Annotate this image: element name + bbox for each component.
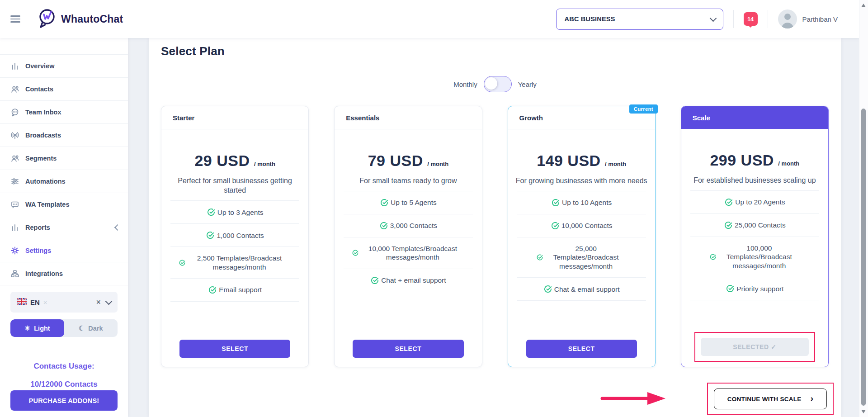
check-circle-icon bbox=[179, 259, 186, 266]
broadcast-icon bbox=[10, 131, 19, 140]
feature-item: Email support bbox=[170, 279, 299, 302]
plan-price-row: 79 USD / month bbox=[342, 152, 474, 170]
feature-item: 25,000 Templates/Broadcast messages/mont… bbox=[517, 237, 646, 278]
template-chat-icon bbox=[10, 200, 19, 209]
sidebar-item-settings[interactable]: Settings bbox=[0, 239, 128, 262]
notification-badge[interactable]: 14 bbox=[744, 12, 758, 26]
clear-icon[interactable]: × bbox=[96, 298, 101, 307]
language-selector[interactable]: EN × × bbox=[10, 292, 118, 313]
feature-item: Chat + email support bbox=[344, 269, 472, 292]
check-circle-icon bbox=[543, 284, 552, 294]
purchase-addons-button[interactable]: PURCHASE ADDONS! bbox=[10, 390, 118, 411]
plan-price-row: 149 USD / month bbox=[515, 152, 648, 170]
user-menu[interactable]: Parthiban V bbox=[778, 9, 838, 28]
theme-dark-label: Dark bbox=[88, 325, 103, 332]
sidebar-item-label: Integrations bbox=[25, 270, 63, 277]
header-divider bbox=[733, 10, 734, 28]
plan-price: 149 USD bbox=[537, 152, 600, 169]
plan-card-starter: Starter 29 USD / month Perfect for small… bbox=[161, 106, 309, 367]
theme-dark-button[interactable]: ☾ Dark bbox=[64, 319, 118, 337]
feature-item: Up to 20 Agents bbox=[690, 191, 819, 214]
title-divider bbox=[161, 64, 829, 64]
tag-close-icon: × bbox=[43, 299, 47, 306]
plan-price-row: 29 USD / month bbox=[169, 152, 301, 170]
plan-price: 29 USD bbox=[194, 152, 250, 169]
sidebar: Overview Contacts Team Inbox Broadcasts … bbox=[0, 38, 128, 417]
sidebar-item-reports[interactable]: Reports bbox=[0, 216, 128, 239]
sidebar-item-contacts[interactable]: Contacts bbox=[0, 78, 128, 101]
page-scrollbar[interactable] bbox=[859, 0, 868, 417]
plan-price: 299 USD bbox=[710, 152, 774, 169]
sidebar-item-label: Settings bbox=[25, 247, 51, 254]
sidebar-item-automations[interactable]: Automations bbox=[0, 170, 128, 193]
plan-card-essentials: Essentials 79 USD / month For small team… bbox=[334, 106, 482, 367]
feature-list: Up to 10 Agents 10,000 Contacts 25,000 T… bbox=[517, 191, 646, 301]
plan-cards: Starter 29 USD / month Perfect for small… bbox=[161, 106, 829, 367]
feature-item: Up to 10 Agents bbox=[517, 191, 646, 214]
brand-name: WhautoChat bbox=[61, 13, 123, 25]
language-value: EN bbox=[30, 299, 40, 306]
contacts-usage-value: 10/12000 Contacts bbox=[0, 380, 128, 389]
select-plan-button[interactable]: SELECT bbox=[353, 340, 463, 358]
check-circle-icon bbox=[379, 221, 388, 230]
plan-price: 79 USD bbox=[368, 152, 423, 169]
bar-chart-icon bbox=[10, 223, 19, 232]
scroll-down-icon[interactable] bbox=[861, 410, 866, 413]
check-circle-icon bbox=[726, 284, 735, 293]
feature-item: 100,000 Templates/Broadcast messages/mon… bbox=[690, 237, 819, 277]
theme-light-label: Light bbox=[34, 325, 50, 332]
chevron-down-icon bbox=[709, 14, 717, 22]
continue-button-annotation: CONTINUE WITH SCALE › bbox=[707, 383, 834, 415]
plan-description: For established businesses scaling up bbox=[693, 175, 816, 185]
sidebar-item-broadcasts[interactable]: Broadcasts bbox=[0, 124, 128, 147]
check-circle-icon bbox=[551, 221, 560, 230]
contacts-usage-title: Contacts Usage: bbox=[0, 362, 128, 371]
check-circle-icon bbox=[536, 254, 543, 261]
feature-item: Priority support bbox=[690, 277, 819, 300]
moon-icon: ☾ bbox=[79, 324, 85, 332]
menu-hamburger-icon[interactable] bbox=[10, 14, 20, 24]
user-name: Parthiban V bbox=[802, 15, 838, 23]
sidebar-item-label: Contacts bbox=[25, 85, 53, 93]
continue-with-scale-button[interactable]: CONTINUE WITH SCALE › bbox=[714, 389, 827, 409]
chevron-right-icon: › bbox=[811, 393, 814, 403]
chat-bubble-icon bbox=[10, 108, 19, 117]
scrollbar-thumb[interactable] bbox=[861, 109, 866, 406]
feature-item: Chat & email support bbox=[517, 278, 646, 301]
selected-button-annotation: SELECTED ✓ bbox=[694, 332, 815, 362]
feature-item: 3,000 Contacts bbox=[344, 214, 472, 237]
feature-item: 10,000 Templates/Broadcast messages/mont… bbox=[344, 237, 472, 269]
sidebar-item-integrations[interactable]: Integrations bbox=[0, 262, 128, 285]
sitemap-icon bbox=[10, 269, 19, 278]
theme-light-button[interactable]: ☀ Light bbox=[10, 319, 64, 337]
plan-period: / month bbox=[254, 161, 275, 167]
business-selector[interactable]: ABC BUSINESS bbox=[556, 9, 723, 30]
billing-period-toggle[interactable] bbox=[484, 76, 512, 92]
plan-description: Perfect for small businesses getting sta… bbox=[169, 176, 301, 195]
sidebar-item-wa-templates[interactable]: WA Templates bbox=[0, 193, 128, 216]
top-header: WhautoChat ABC BUSINESS 14 Parthiban V bbox=[0, 0, 859, 38]
check-circle-icon bbox=[709, 253, 717, 261]
business-selector-value: ABC BUSINESS bbox=[565, 15, 615, 23]
sidebar-item-overview[interactable]: Overview bbox=[0, 55, 128, 78]
plan-price-row: 299 USD / month bbox=[689, 152, 821, 169]
sidebar-item-label: Broadcasts bbox=[25, 132, 61, 139]
check-circle-icon bbox=[352, 249, 359, 256]
selected-plan-button[interactable]: SELECTED ✓ bbox=[701, 338, 809, 356]
gear-icon bbox=[10, 246, 19, 255]
theme-toggle: ☀ Light ☾ Dark bbox=[10, 319, 118, 337]
avatar bbox=[778, 9, 797, 28]
whautochat-logo-icon bbox=[37, 7, 57, 31]
chevron-left-icon bbox=[114, 224, 121, 231]
select-plan-button[interactable]: SELECT bbox=[179, 340, 290, 358]
plan-name: Essentials bbox=[335, 106, 481, 129]
scroll-up-icon[interactable] bbox=[861, 4, 866, 7]
sidebar-item-segments[interactable]: Segments bbox=[0, 147, 128, 170]
check-circle-icon bbox=[207, 208, 216, 217]
sliders-icon bbox=[10, 177, 19, 186]
chevron-down-icon[interactable] bbox=[105, 298, 113, 305]
select-plan-button[interactable]: SELECT bbox=[526, 340, 637, 358]
current-plan-badge: Current bbox=[629, 104, 658, 114]
sidebar-item-team-inbox[interactable]: Team Inbox bbox=[0, 101, 128, 124]
plan-description: For growing businesses with more needs bbox=[516, 176, 647, 185]
